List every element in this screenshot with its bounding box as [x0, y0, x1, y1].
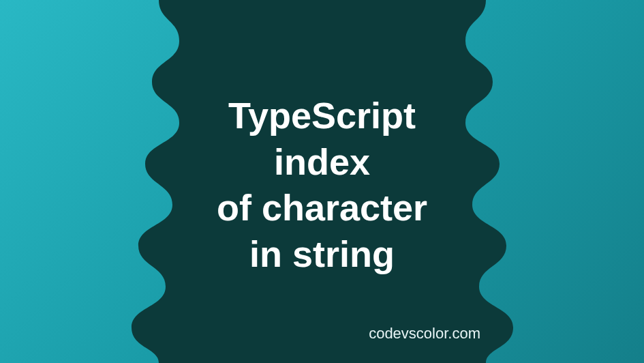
title-line-4: in string	[217, 231, 427, 278]
attribution-text: codevscolor.com	[369, 325, 480, 343]
title-line-3: of character	[217, 185, 427, 231]
banner-canvas: TypeScript index of character in string …	[0, 0, 644, 363]
title-line-1: TypeScript	[217, 93, 427, 139]
banner-title: TypeScript index of character in string	[217, 93, 427, 277]
content-area: TypeScript index of character in string	[0, 0, 644, 363]
title-line-2: index	[217, 139, 427, 186]
